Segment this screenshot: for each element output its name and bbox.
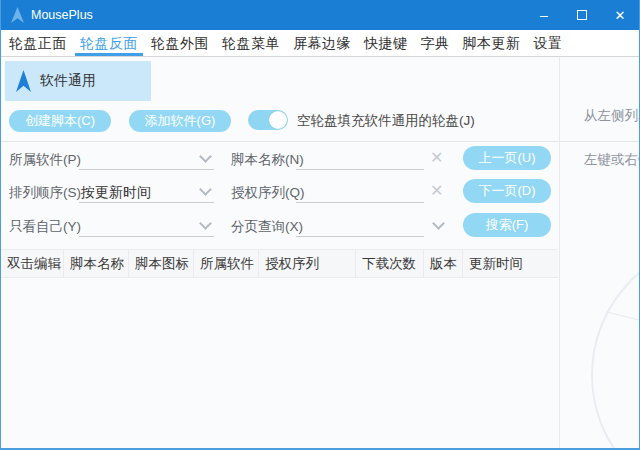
col-version[interactable]: 版本 bbox=[424, 250, 463, 277]
add-software-button[interactable]: 添加软件(G) bbox=[129, 110, 231, 132]
page-query-label: 分页查询(X) bbox=[231, 218, 303, 236]
only-mine-label: 只看自己(Y) bbox=[9, 218, 81, 236]
cursor-arrow-icon bbox=[16, 70, 31, 92]
col-update-time[interactable]: 更新时间 bbox=[463, 250, 558, 277]
col-script-icon[interactable]: 脚本图标 bbox=[129, 250, 194, 277]
watermark-circle bbox=[591, 240, 640, 450]
col-download-count[interactable]: 下载次数 bbox=[356, 250, 424, 277]
clear-icon[interactable]: ✕ bbox=[430, 148, 443, 167]
horizontal-divider bbox=[1, 141, 639, 142]
tab-dictionary[interactable]: 字典 bbox=[421, 30, 450, 56]
sort-order-label: 排列顺序(S) bbox=[9, 184, 81, 202]
sort-order-value: 按更新时间 bbox=[81, 184, 151, 202]
only-mine-select[interactable] bbox=[79, 213, 214, 237]
app-logo-icon bbox=[11, 7, 24, 23]
help-text-2: 左键或右键 bbox=[584, 151, 640, 169]
tab-wheel-front[interactable]: 轮盘正面 bbox=[9, 30, 67, 56]
app-title: MousePlus bbox=[31, 8, 93, 22]
title-bar: MousePlus – ✕ bbox=[1, 0, 639, 30]
app-window: MousePlus – ✕ 轮盘正面 轮盘反面 轮盘外围 轮盘菜单 屏幕边缘 快… bbox=[0, 0, 640, 450]
create-script-button[interactable]: 创建脚本(C) bbox=[9, 110, 111, 132]
sort-order-select[interactable]: 按更新时间 bbox=[79, 179, 214, 203]
page-query-select[interactable] bbox=[296, 213, 424, 237]
list-item-label: 软件通用 bbox=[40, 72, 96, 90]
owner-software-select[interactable] bbox=[79, 146, 214, 170]
list-item-software-common[interactable]: 软件通用 bbox=[5, 61, 151, 101]
tab-settings[interactable]: 设置 bbox=[534, 30, 563, 56]
minimize-button[interactable]: – bbox=[527, 0, 561, 30]
next-page-button[interactable]: 下一页(D) bbox=[463, 179, 551, 203]
search-button[interactable]: 搜索(F) bbox=[463, 213, 551, 237]
script-name-label: 脚本名称(N) bbox=[231, 151, 304, 169]
chevron-down-icon[interactable] bbox=[432, 217, 445, 230]
script-table-header: 双击编辑 脚本名称 脚本图标 所属软件 授权序列 下载次数 版本 更新时间 bbox=[1, 249, 558, 278]
col-double-click-edit[interactable]: 双击编辑 bbox=[1, 250, 64, 277]
auth-serial-label: 授权序列(Q) bbox=[231, 184, 305, 202]
fill-wheel-toggle[interactable] bbox=[248, 110, 288, 130]
maximize-icon bbox=[577, 10, 587, 20]
tab-hotkeys[interactable]: 快捷键 bbox=[364, 30, 408, 56]
filter-row-1: 所属软件(P) 脚本名称(N) ✕ 上一页(U) bbox=[1, 146, 559, 172]
col-owner-software[interactable]: 所属软件 bbox=[194, 250, 259, 277]
auth-serial-input[interactable] bbox=[296, 179, 424, 203]
tab-wheel-back[interactable]: 轮盘反面 bbox=[80, 30, 138, 56]
help-text-1: 从左侧列表 bbox=[584, 107, 640, 125]
filter-row-3: 只看自己(Y) 分页查询(X) 搜索(F) bbox=[1, 213, 559, 239]
filter-row-2: 排列顺序(S) 按更新时间 授权序列(Q) ✕ 下一页(D) bbox=[1, 179, 559, 205]
script-name-input[interactable] bbox=[296, 146, 424, 170]
tab-wheel-menu[interactable]: 轮盘菜单 bbox=[222, 30, 280, 56]
chevron-down-icon bbox=[199, 150, 212, 163]
tab-script-update[interactable]: 脚本更新 bbox=[463, 30, 521, 56]
tab-screen-edge[interactable]: 屏幕边缘 bbox=[293, 30, 351, 56]
col-script-name[interactable]: 脚本名称 bbox=[64, 250, 129, 277]
clear-icon[interactable]: ✕ bbox=[430, 181, 443, 200]
col-auth-serial[interactable]: 授权序列 bbox=[259, 250, 356, 277]
prev-page-button[interactable]: 上一页(U) bbox=[463, 146, 551, 170]
toggle-knob bbox=[269, 111, 287, 129]
main-tab-bar: 轮盘正面 轮盘反面 轮盘外围 轮盘菜单 屏幕边缘 快捷键 字典 脚本更新 设置 bbox=[1, 30, 639, 57]
owner-software-label: 所属软件(P) bbox=[9, 151, 81, 169]
vertical-divider bbox=[559, 57, 560, 448]
close-icon: ✕ bbox=[615, 8, 626, 23]
tab-wheel-outer[interactable]: 轮盘外围 bbox=[151, 30, 209, 56]
chevron-down-icon bbox=[199, 183, 212, 196]
minimize-icon: – bbox=[540, 7, 548, 23]
chevron-down-icon bbox=[199, 217, 212, 230]
maximize-button[interactable] bbox=[565, 0, 599, 30]
fill-wheel-toggle-label: 空轮盘填充软件通用的轮盘(J) bbox=[297, 112, 475, 130]
close-button[interactable]: ✕ bbox=[603, 0, 637, 30]
